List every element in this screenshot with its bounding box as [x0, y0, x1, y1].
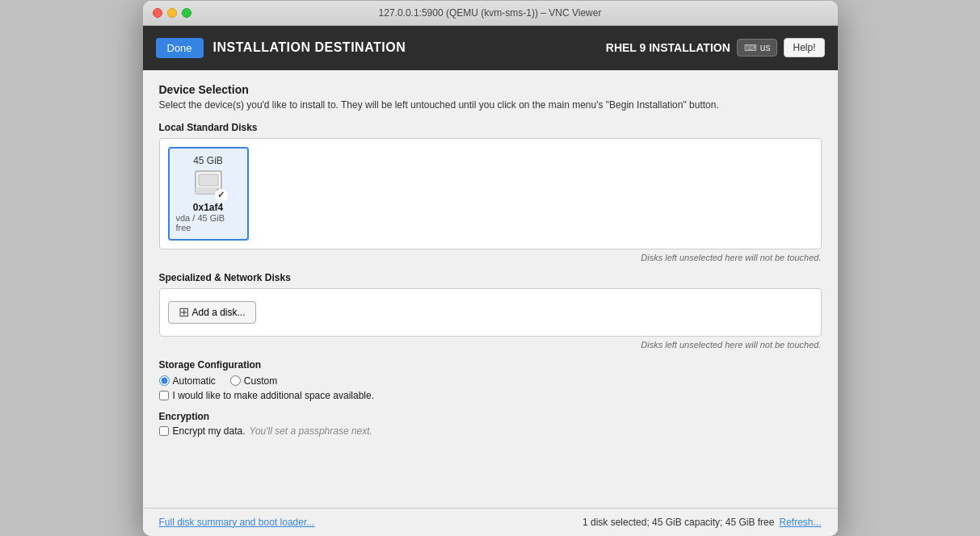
encryption-section: Encryption Encrypt my data. You'll set a…: [159, 411, 822, 437]
done-button[interactable]: Done: [156, 38, 204, 58]
space-checkbox[interactable]: [159, 391, 169, 400]
main-window: 127.0.0.1:5900 (QEMU (kvm-sms-1)) – VNC …: [143, 1, 838, 536]
refresh-link[interactable]: Refresh...: [779, 517, 821, 528]
encrypt-hint: You'll set a passphrase next.: [250, 425, 372, 437]
network-disks-note: Disks left unselected here will not be t…: [159, 340, 822, 350]
close-button[interactable]: [153, 8, 162, 18]
add-disk-button[interactable]: ⊞ Add a disk...: [168, 301, 256, 324]
keyboard-lang: us: [760, 42, 771, 53]
keyboard-icon: ⌨: [744, 43, 757, 53]
custom-radio-label[interactable]: Custom: [230, 375, 277, 387]
network-disks-label: Specialized & Network Disks: [159, 272, 822, 283]
storage-mode-group: Automatic Custom: [159, 375, 822, 387]
disk-item[interactable]: 45 GiB ✓ 0x1af4 vda / 45 GiB free: [168, 147, 249, 241]
window-title: 127.0.0.1:5900 (QEMU (kvm-sms-1)) – VNC …: [379, 7, 602, 19]
disk-id: 0x1af4: [193, 202, 223, 213]
space-checkbox-row: I would like to make additional space av…: [159, 390, 822, 401]
encrypt-row: Encrypt my data. You'll set a passphrase…: [159, 425, 822, 437]
disk-info: vda / 45 GiB free: [176, 213, 241, 232]
network-disks-grid: ⊞ Add a disk...: [159, 288, 822, 337]
local-disks-label: Local Standard Disks: [159, 122, 822, 133]
local-disks-grid: 45 GiB ✓ 0x1af4 vda / 45 GiB free: [159, 138, 822, 249]
encrypt-label: Encrypt my data.: [173, 425, 246, 437]
automatic-label: Automatic: [173, 375, 216, 387]
app-title: INSTALLATION DESTINATION: [213, 40, 406, 55]
device-selection-section: Device Selection Select the device(s) yo…: [159, 83, 822, 350]
encrypt-checkbox[interactable]: [159, 426, 169, 436]
header-left: Done INSTALLATION DESTINATION: [156, 38, 406, 58]
minimize-button[interactable]: [167, 8, 177, 18]
rhel-title: RHEL 9 INSTALLATION: [606, 41, 730, 54]
automatic-radio-label[interactable]: Automatic: [159, 375, 216, 387]
keyboard-selector[interactable]: ⌨ us: [737, 39, 778, 57]
disk-size: 45 GiB: [193, 155, 223, 166]
header-right: RHEL 9 INSTALLATION ⌨ us Help!: [606, 38, 825, 57]
disk-icon-wrap: ✓: [192, 170, 225, 199]
traffic-lights: [153, 8, 191, 18]
device-selection-title: Device Selection: [159, 83, 822, 96]
automatic-radio[interactable]: [159, 375, 170, 386]
disk-selected-check: ✓: [215, 189, 228, 202]
storage-config-title: Storage Configuration: [159, 359, 822, 371]
device-selection-desc: Select the device(s) you'd like to insta…: [159, 99, 822, 111]
svg-rect-3: [199, 174, 218, 186]
space-checkbox-label: I would like to make additional space av…: [173, 390, 374, 401]
footer-status-area: 1 disk selected; 45 GiB capacity; 45 GiB…: [583, 517, 821, 528]
title-bar: 127.0.0.1:5900 (QEMU (kvm-sms-1)) – VNC …: [143, 1, 838, 26]
custom-label: Custom: [244, 375, 277, 387]
help-button[interactable]: Help!: [784, 38, 824, 57]
maximize-button[interactable]: [182, 8, 191, 18]
custom-radio[interactable]: [230, 375, 241, 386]
footer: Full disk summary and boot loader... 1 d…: [143, 508, 838, 536]
content-area: Device Selection Select the device(s) yo…: [143, 70, 838, 459]
app-header: Done INSTALLATION DESTINATION RHEL 9 INS…: [143, 26, 838, 70]
storage-config-section: Storage Configuration Automatic Custom I…: [159, 359, 822, 401]
encryption-title: Encryption: [159, 411, 822, 422]
add-disk-icon: ⊞: [179, 306, 189, 319]
footer-status-text: 1 disk selected; 45 GiB capacity; 45 GiB…: [583, 517, 774, 528]
full-disk-summary-link[interactable]: Full disk summary and boot loader...: [159, 517, 315, 528]
local-disks-note: Disks left unselected here will not be t…: [159, 253, 822, 262]
add-disk-label: Add a disk...: [192, 307, 246, 318]
